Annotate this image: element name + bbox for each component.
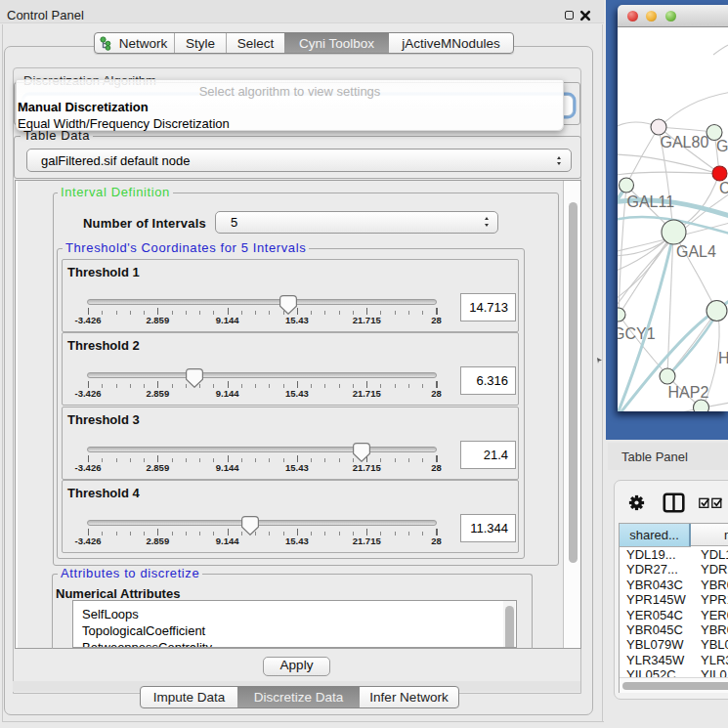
svg-text:CY: CY [719, 180, 728, 196]
svg-text:GCY1: GCY1 [618, 325, 656, 342]
svg-text:HI: HI [718, 350, 728, 366]
svg-text:GAL: GAL [716, 138, 728, 154]
svg-text:HAP2: HAP2 [668, 384, 709, 401]
svg-text:GAL80: GAL80 [661, 134, 709, 150]
svg-text:GAL4: GAL4 [676, 243, 716, 260]
svg-text:GAL11: GAL11 [627, 193, 675, 210]
